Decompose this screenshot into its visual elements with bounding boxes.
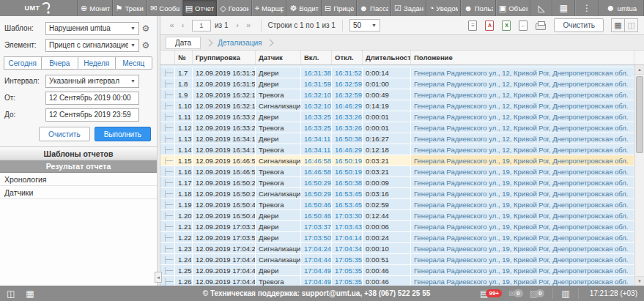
quick-range-button[interactable]: Сегодня	[4, 56, 42, 70]
row-off-time-link[interactable]: 17:04:14	[332, 232, 363, 243]
page-size-select[interactable]: 50 ▼	[349, 19, 380, 31]
row-off-time-link[interactable]: 17:03:43	[332, 221, 363, 232]
element-settings-wrench-icon[interactable]: ⚙	[139, 40, 152, 51]
row-on-time-link[interactable]: 16:50:46	[301, 210, 332, 221]
row-on-time-link[interactable]: 17:04:44	[301, 254, 332, 265]
row-off-time-link[interactable]: 17:04:34	[332, 243, 363, 254]
bottom-grid-icon[interactable]: ▦	[26, 289, 34, 298]
row-on-time-link[interactable]: 17:04:24	[301, 243, 332, 254]
to-datetime-field[interactable]: 12 Сентябрь 2019 23:59	[45, 108, 139, 122]
row-on-time-link[interactable]: 17:03:37	[301, 221, 332, 232]
table-row[interactable]: 1.11 12.09.2019 16:33:25 Двери 16:33:25 …	[160, 111, 634, 122]
interval-select[interactable]: Указанный интервал ▼	[45, 75, 139, 88]
print-icon[interactable]	[536, 23, 546, 30]
row-off-time-link[interactable]: 17:03:30	[332, 210, 363, 221]
report-result-section-header[interactable]: Результат отчета	[0, 160, 157, 173]
row-off-time-link[interactable]: 16:33:26	[332, 122, 363, 133]
row-tree-cell[interactable]	[160, 100, 175, 111]
row-off-time-link[interactable]: 16:32:59	[332, 89, 363, 100]
row-on-time-link[interactable]: 16:46:58	[301, 155, 332, 166]
scrollbar-thumb[interactable]	[636, 76, 643, 153]
table-view-icon[interactable]: ▥	[561, 289, 569, 298]
bottom-panel-toggle-icon[interactable]: ◫	[7, 289, 15, 298]
row-tree-cell[interactable]	[160, 265, 175, 276]
main-tab[interactable]: ⊟ Прицеп	[322, 0, 357, 16]
next-page-button[interactable]: ›	[232, 21, 243, 29]
row-tree-cell[interactable]	[160, 155, 175, 166]
last-page-button[interactable]: »	[243, 21, 254, 29]
breadcrumb-tab-detail[interactable]: Детализация	[218, 39, 262, 47]
row-off-time-link[interactable]: 16:32:59	[332, 78, 363, 89]
row-on-time-link[interactable]: 16:50:46	[301, 199, 332, 210]
table-row[interactable]: 1.24 12.09.2019 17:04:44 Сигнализация 17…	[160, 254, 634, 265]
row-tree-cell[interactable]	[160, 254, 175, 265]
row-off-time-link[interactable]: 16:50:19	[332, 166, 363, 177]
row-off-time-link[interactable]: 16:50:38	[332, 177, 363, 188]
quick-range-button[interactable]: Неделя	[78, 56, 116, 70]
table-row[interactable]: 1.13 12.09.2019 16:34:11 Двери 16:34:11 …	[160, 133, 634, 144]
row-off-time-link[interactable]: 16:31:52	[332, 67, 363, 78]
row-on-time-link[interactable]: 17:03:50	[301, 232, 332, 243]
table-row[interactable]: 1.19 12.09.2019 16:50:46 Тревога 16:50:4…	[160, 199, 634, 210]
quick-range-button[interactable]: Вчера	[41, 56, 79, 70]
main-tab[interactable]: ◔ Уведом	[426, 0, 462, 16]
row-on-time-link[interactable]: 16:31:38	[301, 67, 332, 78]
table-row[interactable]: 1.16 12.09.2019 16:46:58 Тревога 16:46:5…	[160, 166, 634, 177]
row-tree-cell[interactable]	[160, 221, 175, 232]
main-tab[interactable]: ▤ Отчеты	[182, 0, 218, 16]
main-tab[interactable]: ☻ Пользо	[461, 0, 496, 16]
row-on-time-link[interactable]: 16:46:58	[301, 166, 332, 177]
report-preview-icon[interactable]	[468, 21, 477, 31]
column-header-sensor[interactable]: Датчик	[256, 51, 301, 64]
first-page-button[interactable]: «	[166, 21, 177, 29]
account-button[interactable]: ☻ umtua	[599, 0, 644, 16]
column-header-group[interactable]: Группировка	[193, 51, 256, 64]
row-on-time-link[interactable]: 16:33:25	[301, 122, 332, 133]
clear-button[interactable]: Очистить	[39, 127, 90, 141]
row-on-time-link[interactable]: 16:50:29	[301, 188, 332, 199]
row-on-time-link[interactable]: 16:50:29	[301, 177, 332, 188]
main-tab[interactable]: ☸ Водите	[286, 0, 322, 16]
row-off-time-link[interactable]: 16:53:45	[332, 199, 363, 210]
table-row[interactable]: 1.10 12.09.2019 16:32:10 Сигнализация 16…	[160, 100, 634, 111]
execute-button[interactable]: Выполнить	[95, 127, 151, 141]
table-row[interactable]: 1.18 12.09.2019 16:50:29 Сигнализация 16…	[160, 188, 634, 199]
main-tab[interactable]: ▣ Объект	[496, 0, 531, 16]
column-header-on[interactable]: Вкл.	[301, 51, 332, 64]
main-tab[interactable]: ⊕ Монито	[78, 0, 113, 16]
row-on-time-link[interactable]: 16:33:25	[301, 111, 332, 122]
row-tree-cell[interactable]	[160, 133, 175, 144]
table-row[interactable]: 1.12 12.09.2019 16:33:25 Тревога 16:33:2…	[160, 122, 634, 133]
collapse-panel-arrow-icon[interactable]: ◂	[155, 272, 162, 283]
scroll-up-arrow[interactable]: ▲	[635, 65, 644, 75]
row-tree-cell[interactable]	[160, 166, 175, 177]
row-tree-cell[interactable]	[160, 276, 175, 286]
row-off-time-link[interactable]: 16:46:29	[332, 100, 363, 111]
map-view-button[interactable]: ▦	[611, 18, 625, 32]
more-menu-button[interactable]: ⋮	[575, 0, 599, 16]
row-tree-cell[interactable]	[160, 188, 175, 199]
messages-status[interactable]: ✉ 0	[508, 289, 523, 298]
row-tree-cell[interactable]	[160, 199, 175, 210]
table-row[interactable]: 1.15 12.09.2019 16:46:58 Сигнализация 16…	[160, 155, 634, 166]
row-off-time-link[interactable]: 16:53:45	[332, 188, 363, 199]
media-status[interactable]: ▨ 0	[530, 289, 545, 298]
panel-view-button[interactable]: ◫	[624, 18, 638, 32]
row-tree-cell[interactable]	[160, 67, 175, 78]
table-row[interactable]: 1.7 12.09.2019 16:31:38 Двери 16:31:38 1…	[160, 67, 634, 78]
scroll-down-arrow[interactable]: ▼	[635, 276, 644, 286]
column-header-num[interactable]: №	[175, 51, 193, 64]
row-off-time-link[interactable]: 17:05:35	[332, 265, 363, 276]
template-settings-wrench-icon[interactable]: ⚙	[139, 23, 152, 34]
main-tab[interactable]: ⌖ Маршр	[252, 0, 287, 16]
table-row[interactable]: 1.22 12.09.2019 17:03:50 Двери 17:03:50 …	[160, 232, 634, 243]
main-tab[interactable]: ⚑ Треки	[113, 0, 148, 16]
table-row[interactable]: 1.26 12.09.2019 17:04:49 Тревога 17:04:4…	[160, 276, 634, 286]
column-header-location[interactable]: Положение	[411, 51, 634, 64]
row-off-time-link[interactable]: 17:05:35	[332, 276, 363, 286]
table-row[interactable]: 1.21 12.09.2019 17:03:37 Двери 17:03:37 …	[160, 221, 634, 232]
panel-splitter[interactable]: ◂	[158, 16, 160, 286]
breadcrumb-tab-date[interactable]: Дата	[166, 37, 201, 49]
row-on-time-link[interactable]: 17:04:49	[301, 265, 332, 276]
vertical-scrollbar[interactable]: ▲ ▼	[634, 65, 644, 286]
